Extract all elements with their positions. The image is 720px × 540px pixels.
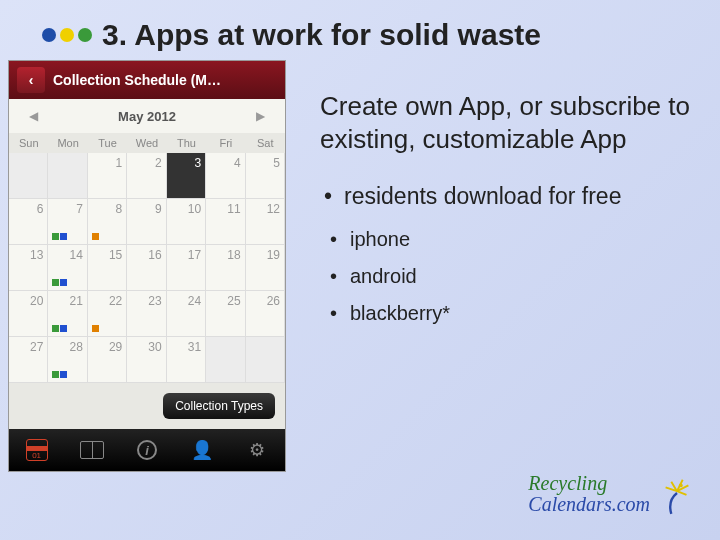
prev-month-icon[interactable]: ◀: [29, 109, 38, 123]
weekday-label: Thu: [167, 133, 206, 153]
tab-calendar[interactable]: 01: [9, 429, 64, 471]
tab-guide[interactable]: [64, 429, 119, 471]
mark-b-icon: [60, 233, 67, 240]
phone-header: ‹ Collection Schedule (M…: [9, 61, 285, 99]
calendar-cell[interactable]: 30: [127, 337, 166, 383]
dot-yellow-icon: [60, 28, 74, 42]
calendar-cell[interactable]: 2: [127, 153, 166, 199]
calendar-cell[interactable]: 23: [127, 291, 166, 337]
slide-title-row: 3. Apps at work for solid waste: [0, 0, 720, 60]
types-button-wrap: Collection Types: [9, 383, 285, 429]
calendar-cell[interactable]: 16: [127, 245, 166, 291]
collection-marks: [52, 325, 67, 332]
dot-green-icon: [78, 28, 92, 42]
weekday-label: Sat: [246, 133, 285, 153]
weekday-label: Fri: [206, 133, 245, 153]
mark-b-icon: [60, 325, 67, 332]
bullet-iphone: iphone: [320, 228, 690, 251]
month-nav: ◀ May 2012 ▶: [9, 99, 285, 133]
calendar-cell[interactable]: 3: [167, 153, 206, 199]
logo-line1: Recycling: [528, 473, 650, 494]
next-month-icon[interactable]: ▶: [256, 109, 265, 123]
calendar-cell[interactable]: 25: [206, 291, 245, 337]
dot-group: [42, 28, 92, 42]
mark-o-icon: [92, 233, 99, 240]
logo-text: Recycling Calendars.com: [528, 473, 650, 515]
calendar-cell[interactable]: 18: [206, 245, 245, 291]
collection-marks: [92, 233, 99, 240]
calendar-cell[interactable]: 19: [246, 245, 285, 291]
calendar-cell[interactable]: 21: [48, 291, 87, 337]
logo-line2: Calendars.com: [528, 494, 650, 515]
tab-info[interactable]: i: [119, 429, 174, 471]
mark-b-icon: [60, 371, 67, 378]
chevron-left-icon: ‹: [29, 72, 34, 88]
collection-marks: [52, 371, 67, 378]
bullet-android: android: [320, 265, 690, 288]
user-icon: 👤: [191, 439, 213, 461]
calendar-cell[interactable]: 27: [9, 337, 48, 383]
calendar-cell[interactable]: 24: [167, 291, 206, 337]
recycling-calendars-logo: Recycling Calendars.com: [528, 472, 696, 516]
bullet-residents: residents download for free: [320, 183, 690, 210]
calendar-cell[interactable]: 7: [48, 199, 87, 245]
bullet-blackberry: blackberry*: [320, 302, 690, 325]
mark-g-icon: [52, 371, 59, 378]
calendar-cell[interactable]: 13: [9, 245, 48, 291]
slide-title: 3. Apps at work for solid waste: [102, 18, 541, 52]
calendar-cell: [246, 337, 285, 383]
calendar-cell[interactable]: 6: [9, 199, 48, 245]
bullet-list: residents download for free iphone andro…: [320, 183, 690, 325]
mark-b-icon: [60, 279, 67, 286]
calendar-cell[interactable]: 9: [127, 199, 166, 245]
mark-g-icon: [52, 233, 59, 240]
weekday-label: Sun: [9, 133, 48, 153]
gear-icon: ⚙: [249, 439, 265, 461]
spark-icon: [658, 472, 696, 516]
phone-header-title: Collection Schedule (M…: [53, 72, 285, 88]
calendar-cell[interactable]: 31: [167, 337, 206, 383]
calendar-cell[interactable]: 5: [246, 153, 285, 199]
calendar-cell[interactable]: 20: [9, 291, 48, 337]
phone-screenshot: ‹ Collection Schedule (M… ◀ May 2012 ▶ S…: [8, 60, 286, 472]
calendar-cell: [9, 153, 48, 199]
calendar-grid: 1234567891011121314151617181920212223242…: [9, 153, 285, 383]
weekday-label: Wed: [127, 133, 166, 153]
collection-marks: [92, 325, 99, 332]
calendar-cell[interactable]: 4: [206, 153, 245, 199]
calendar-cell: [48, 153, 87, 199]
calendar-cell[interactable]: 28: [48, 337, 87, 383]
calendar-cell[interactable]: 8: [88, 199, 127, 245]
weekday-label: Tue: [88, 133, 127, 153]
info-icon: i: [137, 440, 157, 460]
calendar-cell: [206, 337, 245, 383]
collection-types-button[interactable]: Collection Types: [163, 393, 275, 419]
collection-marks: [52, 233, 67, 240]
dot-blue-icon: [42, 28, 56, 42]
calendar-cell[interactable]: 22: [88, 291, 127, 337]
weekday-label: Mon: [48, 133, 87, 153]
calendar-icon: 01: [26, 439, 48, 461]
slide-body: Create own App, or subscribe to existing…: [286, 60, 720, 472]
collection-marks: [52, 279, 67, 286]
calendar-cell[interactable]: 10: [167, 199, 206, 245]
tab-bar: 01 i 👤 ⚙: [9, 429, 285, 471]
tab-settings[interactable]: ⚙: [230, 429, 285, 471]
calendar-cell[interactable]: 15: [88, 245, 127, 291]
tab-profile[interactable]: 👤: [175, 429, 230, 471]
calendar-cell[interactable]: 11: [206, 199, 245, 245]
calendar-cell[interactable]: 1: [88, 153, 127, 199]
calendar-cell[interactable]: 17: [167, 245, 206, 291]
lead-text: Create own App, or subscribe to existing…: [320, 90, 690, 155]
book-icon: [80, 441, 104, 459]
weekday-row: SunMonTueWedThuFriSat: [9, 133, 285, 153]
back-button[interactable]: ‹: [17, 67, 45, 93]
mark-o-icon: [92, 325, 99, 332]
calendar-cell[interactable]: 26: [246, 291, 285, 337]
mark-g-icon: [52, 325, 59, 332]
calendar-cell[interactable]: 12: [246, 199, 285, 245]
month-label: May 2012: [118, 109, 176, 124]
calendar-cell[interactable]: 29: [88, 337, 127, 383]
mark-g-icon: [52, 279, 59, 286]
calendar-cell[interactable]: 14: [48, 245, 87, 291]
